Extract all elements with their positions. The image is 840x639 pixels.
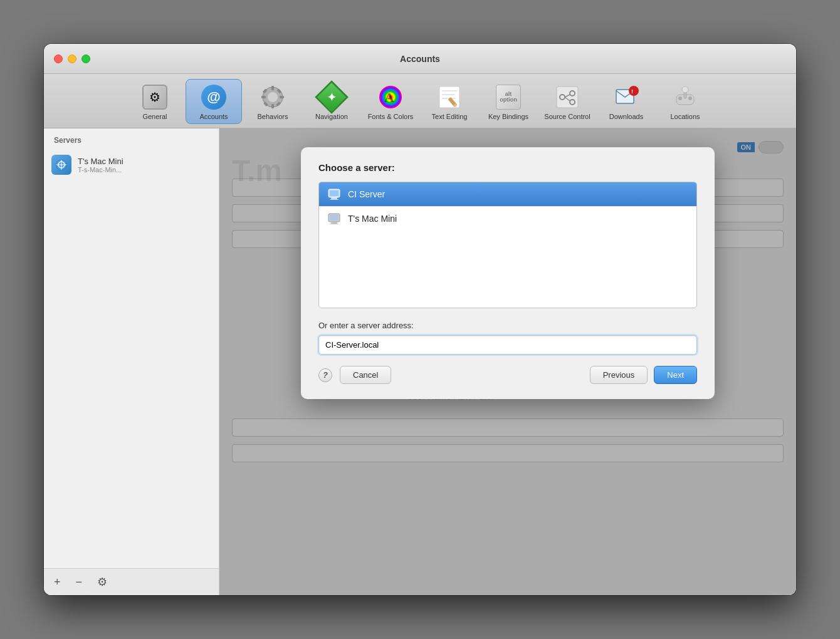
svg-point-1 bbox=[268, 92, 278, 102]
toolbar: ⚙ General @ Accounts bbox=[44, 74, 796, 128]
ci-server-name: CI Server bbox=[348, 189, 385, 199]
sourcecontrol-icon-svg bbox=[555, 85, 580, 110]
svg-rect-41 bbox=[331, 222, 337, 224]
svg-point-30 bbox=[688, 96, 692, 100]
address-label: Or enter a server address: bbox=[318, 321, 697, 330]
svg-rect-37 bbox=[331, 197, 337, 199]
svg-rect-43 bbox=[330, 215, 339, 221]
general-icon-shape: ⚙ bbox=[142, 85, 167, 110]
toolbar-label-textediting: Text Editing bbox=[432, 113, 468, 121]
toolbar-item-textediting[interactable]: Text Editing bbox=[421, 80, 478, 123]
locations-icon-svg bbox=[673, 85, 698, 110]
close-button[interactable] bbox=[54, 55, 63, 63]
svg-point-29 bbox=[682, 86, 688, 93]
fonts-icon: A bbox=[377, 83, 404, 111]
server-address-input[interactable] bbox=[318, 335, 697, 355]
downloads-icon: ! bbox=[612, 83, 640, 111]
sourcecontrol-icon bbox=[554, 83, 581, 111]
window-title: Accounts bbox=[400, 54, 440, 64]
server-list: CI Server T's Mac Mini bbox=[318, 182, 697, 308]
main-window: Accounts ⚙ General @ Accounts bbox=[44, 44, 796, 595]
svg-point-25 bbox=[629, 86, 639, 96]
sidebar-header: Servers bbox=[44, 128, 219, 150]
general-icon: ⚙ bbox=[141, 83, 169, 111]
remove-server-button[interactable]: − bbox=[73, 574, 85, 590]
textediting-icon bbox=[436, 83, 463, 111]
minimize-button[interactable] bbox=[68, 55, 76, 63]
svg-rect-3 bbox=[271, 104, 274, 108]
dialog-title: Choose a server: bbox=[318, 162, 697, 173]
maximize-button[interactable] bbox=[81, 55, 90, 63]
choose-server-dialog: Choose a server: CI bbox=[301, 147, 715, 399]
accounts-icon: @ bbox=[200, 83, 228, 111]
server-list-item-mac[interactable]: T's Mac Mini bbox=[319, 207, 696, 231]
cancel-button[interactable]: Cancel bbox=[340, 366, 391, 384]
toolbar-item-accounts[interactable]: @ Accounts bbox=[186, 79, 242, 124]
content-area: Servers T's Mac Mini T-s-Mac-Min... bbox=[44, 128, 796, 595]
toolbar-label-navigation: Navigation bbox=[315, 113, 348, 121]
svg-text:A: A bbox=[384, 90, 394, 105]
behaviors-icon-svg bbox=[260, 85, 285, 110]
sidebar-item-server[interactable]: T's Mac Mini T-s-Mac-Min... bbox=[44, 150, 219, 180]
toolbar-item-general[interactable]: ⚙ General bbox=[127, 80, 183, 123]
svg-rect-4 bbox=[261, 96, 266, 98]
toolbar-item-fonts[interactable]: A Fonts & Colors bbox=[362, 80, 419, 123]
settings-server-button[interactable]: ⚙ bbox=[95, 574, 110, 590]
toolbar-item-keybindings[interactable]: alt option Key Bindings bbox=[480, 80, 537, 123]
navigation-icon-inner: ✦ bbox=[327, 90, 337, 105]
toolbar-item-behaviors[interactable]: Behaviors bbox=[244, 80, 301, 123]
keybindings-icon-shape: alt option bbox=[496, 85, 521, 110]
svg-text:!: ! bbox=[631, 88, 633, 95]
toolbar-item-navigation[interactable]: ✦ Navigation bbox=[303, 80, 360, 123]
svg-point-31 bbox=[678, 96, 682, 100]
toolbar-item-sourcecontrol[interactable]: Source Control bbox=[539, 80, 596, 123]
mac-mini-icon bbox=[328, 213, 342, 224]
toolbar-label-fonts: Fonts & Colors bbox=[368, 113, 414, 121]
dialog-buttons: ? Cancel Previous Next bbox=[318, 366, 697, 384]
sidebar-item-name: T's Mac Mini bbox=[78, 157, 123, 166]
toolbar-label-behaviors: Behaviors bbox=[258, 113, 288, 121]
toolbar-label-downloads: Downloads bbox=[609, 113, 643, 121]
navigation-icon-shape: ✦ bbox=[315, 80, 349, 114]
toolbar-label-keybindings: Key Bindings bbox=[488, 113, 528, 121]
mac-mini-name: T's Mac Mini bbox=[348, 214, 397, 224]
svg-rect-42 bbox=[330, 224, 339, 224]
downloads-icon-svg: ! bbox=[614, 85, 639, 110]
next-button[interactable]: Next bbox=[654, 366, 697, 384]
navigation-icon: ✦ bbox=[318, 83, 345, 111]
toolbar-label-general: General bbox=[142, 113, 167, 121]
help-button[interactable]: ? bbox=[318, 368, 332, 382]
add-server-button[interactable]: + bbox=[51, 574, 63, 590]
sidebar-item-sub: T-s-Mac-Min... bbox=[78, 166, 123, 174]
svg-rect-5 bbox=[280, 96, 284, 98]
sidebar-spacer bbox=[44, 180, 219, 568]
previous-button[interactable]: Previous bbox=[590, 366, 648, 384]
behaviors-icon bbox=[259, 83, 286, 111]
main-area: ON T.m User Name Ravi Patel Choose a bbox=[219, 128, 796, 595]
server-list-body: CI Server T's Mac Mini bbox=[319, 182, 696, 308]
toolbar-label-locations: Locations bbox=[670, 113, 700, 121]
textediting-icon-svg bbox=[437, 85, 462, 110]
svg-rect-39 bbox=[330, 190, 339, 196]
locations-icon bbox=[671, 83, 699, 111]
keybindings-icon: alt option bbox=[495, 83, 522, 111]
toolbar-item-locations[interactable]: Locations bbox=[657, 80, 713, 123]
sidebar-bottom: + − ⚙ bbox=[44, 568, 219, 595]
svg-rect-2 bbox=[271, 86, 274, 90]
server-icon bbox=[51, 155, 71, 175]
accounts-icon-shape: @ bbox=[201, 85, 226, 110]
dialog-buttons-left: ? Cancel bbox=[318, 366, 391, 384]
server-list-item-ci[interactable]: CI Server bbox=[319, 182, 696, 207]
dialog-buttons-right: Previous Next bbox=[590, 366, 697, 384]
fonts-icon-svg: A bbox=[378, 85, 403, 110]
toolbar-item-downloads[interactable]: ! Downloads bbox=[598, 80, 654, 123]
sidebar-item-text: T's Mac Mini T-s-Mac-Min... bbox=[78, 157, 123, 174]
toolbar-label-sourcecontrol: Source Control bbox=[544, 113, 590, 121]
ci-server-icon bbox=[328, 189, 342, 200]
title-bar: Accounts bbox=[44, 44, 796, 74]
server-icon-svg bbox=[55, 158, 68, 171]
traffic-lights bbox=[54, 55, 90, 63]
toolbar-label-accounts: Accounts bbox=[199, 113, 228, 121]
svg-rect-38 bbox=[330, 199, 339, 200]
sidebar: Servers T's Mac Mini T-s-Mac-Min... bbox=[44, 128, 219, 595]
